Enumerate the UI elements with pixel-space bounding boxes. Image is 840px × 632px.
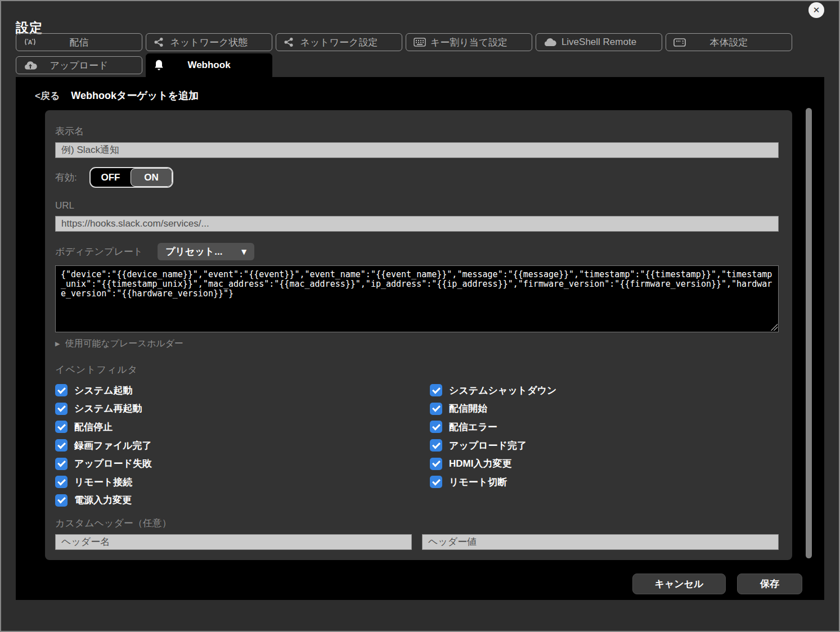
svg-text:A: A <box>28 39 33 46</box>
toggle-on-segment[interactable]: ON <box>131 168 172 187</box>
section-title: Webhookターゲットを追加 <box>71 89 199 102</box>
event-filter-option-remote-disconnected[interactable]: リモート切断 <box>430 473 779 491</box>
checkbox-checked-icon[interactable] <box>430 476 442 488</box>
bell-icon <box>154 59 164 72</box>
url-input[interactable] <box>55 216 779 232</box>
scrollbar-thumb[interactable] <box>806 108 812 558</box>
keyboard-icon <box>414 38 426 47</box>
placeholders-disclosure-label: 使用可能なプレースホルダー <box>65 338 183 350</box>
body-template-wrap: {"device":"{{device_name}}","event":"{{e… <box>55 265 779 332</box>
event-filter-option-hdmi-input-changed[interactable]: HDMI入力変更 <box>430 454 779 473</box>
checkbox-checked-icon[interactable] <box>55 439 68 452</box>
tab-label: ネットワーク設定 <box>276 36 402 49</box>
checkbox-checked-icon[interactable] <box>430 403 442 415</box>
checkbox-checked-icon[interactable] <box>55 421 68 433</box>
cancel-button[interactable]: キャンセル <box>632 574 726 594</box>
tab-liveshell-remote[interactable]: LiveShell Remote <box>536 33 662 51</box>
event-filter-option-power-input-changed[interactable]: 電源入力変更 <box>55 491 430 510</box>
body-template-row: ボディテンプレート プリセット... ▼ <box>55 243 779 260</box>
preset-dropdown-label: プリセット... <box>165 245 222 258</box>
preset-dropdown[interactable]: プリセット... ▼ <box>158 243 254 260</box>
network-icon <box>154 37 164 47</box>
checkbox-label: システム再起動 <box>74 402 142 415</box>
event-filter-option-stream-stop[interactable]: 配信停止 <box>55 418 430 436</box>
back-link[interactable]: <戻る <box>35 89 60 102</box>
action-buttons: キャンセル 保存 <box>26 574 814 594</box>
checkbox-label: 配信エラー <box>449 421 497 434</box>
checkbox-label: リモート切断 <box>449 476 507 489</box>
checkbox-checked-icon[interactable] <box>430 384 442 396</box>
checkbox-checked-icon[interactable] <box>55 476 68 488</box>
event-filter-option-upload-complete[interactable]: アップロード完了 <box>430 436 779 455</box>
event-filter-label: イベントフィルタ <box>55 363 779 376</box>
tab-network-status[interactable]: ネットワーク状態 <box>146 33 272 51</box>
cloud-upload-icon <box>24 61 37 70</box>
body-template-label: ボディテンプレート <box>55 245 143 258</box>
checkbox-label: HDMI入力変更 <box>449 457 511 470</box>
checkbox-label: システムシャットダウン <box>449 384 556 397</box>
tab-bar-row2: アップロード Webhook <box>16 53 824 77</box>
checkbox-label: リモート接続 <box>74 476 132 489</box>
webhook-tab-content: <戻る Webhookターゲットを追加 表示名 有効: OFF ON URL ボ… <box>16 77 824 600</box>
tab-broadcast[interactable]: A 配信 <box>16 33 142 51</box>
checkbox-checked-icon[interactable] <box>430 458 442 470</box>
event-filter-option-system-shutdown[interactable]: システムシャットダウン <box>430 381 779 400</box>
triangle-right-icon: ▶ <box>55 340 60 347</box>
tab-webhook[interactable]: Webhook <box>146 53 272 77</box>
tab-label: Webhook <box>146 60 272 71</box>
network-icon <box>284 37 294 47</box>
display-name-label: 表示名 <box>55 125 779 138</box>
placeholders-disclosure[interactable]: ▶ 使用可能なプレースホルダー <box>55 338 779 350</box>
checkbox-checked-icon[interactable] <box>55 403 68 415</box>
tab-label: ネットワーク状態 <box>146 36 272 49</box>
tab-upload[interactable]: アップロード <box>16 56 142 74</box>
header-name-input[interactable] <box>55 534 412 550</box>
event-filter-option-upload-failed[interactable]: アップロード失敗 <box>55 454 430 473</box>
checkbox-checked-icon[interactable] <box>430 439 442 452</box>
tab-bar-row1: A 配信 ネットワーク状態 <box>16 33 824 51</box>
broadcast-icon: A <box>24 38 37 47</box>
checkbox-label: 配信開始 <box>449 402 487 415</box>
header-value-input[interactable] <box>422 534 779 550</box>
webhook-form-panel: 表示名 有効: OFF ON URL ボディテンプレート プリセット... ▼ <box>45 110 792 560</box>
enabled-label: 有効: <box>55 171 77 184</box>
display-name-input[interactable] <box>55 142 779 158</box>
settings-window: 設定 ✕ A 配信 <box>1 1 839 600</box>
cloud-icon <box>543 38 556 47</box>
checkbox-label: アップロード失敗 <box>74 457 152 470</box>
event-filter-option-system-reboot[interactable]: システム再起動 <box>55 400 430 418</box>
titlebar: 設定 ✕ <box>16 1 824 33</box>
chevron-down-icon: ▼ <box>241 248 246 256</box>
checkbox-label: 録画ファイル完了 <box>74 439 152 452</box>
url-label: URL <box>55 200 779 211</box>
enabled-toggle[interactable]: OFF ON <box>89 167 173 188</box>
body-template-textarea[interactable]: {"device":"{{device_name}}","event":"{{e… <box>55 265 779 332</box>
checkbox-checked-icon[interactable] <box>55 458 68 470</box>
checkbox-checked-icon[interactable] <box>55 384 68 396</box>
event-filter-option-system-boot[interactable]: システム起動 <box>55 381 430 400</box>
tab-device-settings[interactable]: 本体設定 <box>666 33 792 51</box>
event-filter-option-stream-error[interactable]: 配信エラー <box>430 418 779 436</box>
event-filter-grid: システム起動 システム再起動 配信停止 録画ファイル完了 アップロード失敗 <box>55 381 779 509</box>
custom-header-inputs <box>55 534 779 550</box>
custom-header-label: カスタムヘッダー（任意） <box>55 517 779 530</box>
url-block: URL <box>55 200 779 232</box>
checkbox-label: 電源入力変更 <box>74 494 132 507</box>
close-icon: ✕ <box>813 5 820 15</box>
checkbox-label: システム起動 <box>74 384 133 397</box>
event-filter-option-stream-start[interactable]: 配信開始 <box>430 400 779 418</box>
toggle-off-segment[interactable]: OFF <box>91 168 131 187</box>
checkbox-label: 配信停止 <box>74 421 113 434</box>
save-button[interactable]: 保存 <box>737 574 802 594</box>
event-filter-option-remote-connected[interactable]: リモート接続 <box>55 473 430 491</box>
checkbox-label: アップロード完了 <box>449 439 527 452</box>
enabled-row: 有効: OFF ON <box>55 167 779 188</box>
close-button[interactable]: ✕ <box>808 2 824 18</box>
tab-network-settings[interactable]: ネットワーク設定 <box>276 33 402 51</box>
checkbox-checked-icon[interactable] <box>55 494 68 507</box>
page-header: <戻る Webhookターゲットを追加 <box>26 77 814 102</box>
checkbox-checked-icon[interactable] <box>430 421 442 433</box>
tab-key-assignment[interactable]: キー割り当て設定 <box>406 33 532 51</box>
event-filter-option-recording-complete[interactable]: 録画ファイル完了 <box>55 436 430 455</box>
device-icon <box>673 38 686 47</box>
